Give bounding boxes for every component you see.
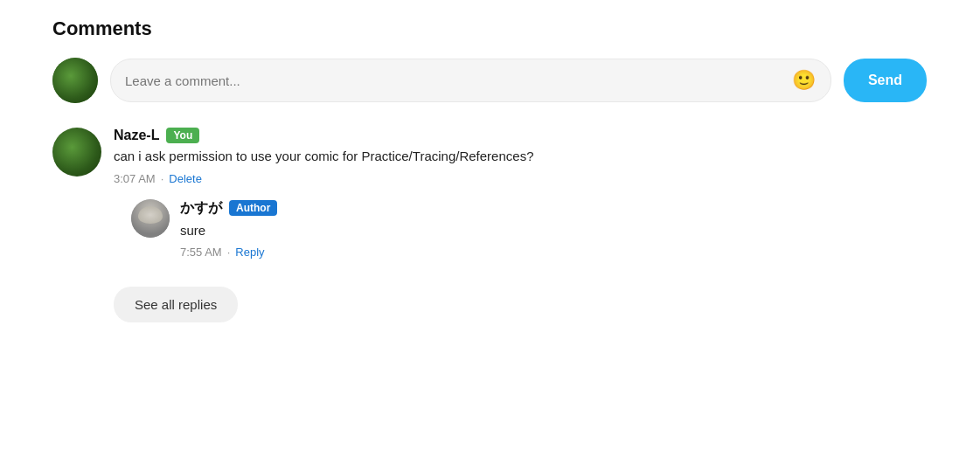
comment-author-name: Naze-L (114, 128, 159, 143)
author-badge: Author (229, 200, 277, 216)
comment-input[interactable] (125, 73, 792, 88)
comment-input-wrapper[interactable]: 🙂 (110, 59, 831, 102)
reply-block: かすが Author sure 7:55 AM · Reply (131, 199, 927, 260)
reply-meta: 7:55 AM · Reply (180, 246, 927, 259)
dot-separator: · (161, 172, 164, 185)
comments-title: Comments (52, 17, 927, 40)
current-user-avatar-image (52, 58, 98, 103)
reply-author-avatar (131, 199, 170, 238)
delete-link[interactable]: Delete (169, 172, 202, 185)
comment-time: 3:07 AM (114, 172, 156, 185)
reply-content: かすが Author sure 7:55 AM · Reply (180, 199, 927, 260)
reply-link[interactable]: Reply (235, 246, 264, 259)
send-button[interactable]: Send (844, 59, 927, 102)
comment-author-row: Naze-L You (114, 128, 927, 143)
current-user-avatar (52, 58, 98, 103)
comment-input-row: 🙂 Send (52, 58, 927, 103)
reply-text: sure (180, 221, 927, 241)
reply-time: 7:55 AM (180, 246, 222, 259)
comment-content: Naze-L You can i ask permission to use y… (114, 128, 927, 259)
reply-author-row: かすが Author (180, 199, 927, 218)
commenter-avatar (52, 128, 101, 177)
comments-section: Comments 🙂 Send Naze-L You can i ask per… (52, 17, 927, 322)
comment-text: can i ask permission to use your comic f… (114, 147, 927, 167)
see-all-replies-button[interactable]: See all replies (114, 287, 238, 322)
comment-meta: 3:07 AM · Delete (114, 172, 927, 185)
reply-dot-separator: · (227, 246, 231, 259)
comment-block: Naze-L You can i ask permission to use y… (52, 128, 927, 259)
emoji-icon[interactable]: 🙂 (792, 68, 817, 93)
reply-author-name: かすが (180, 199, 222, 218)
you-badge: You (166, 128, 199, 143)
